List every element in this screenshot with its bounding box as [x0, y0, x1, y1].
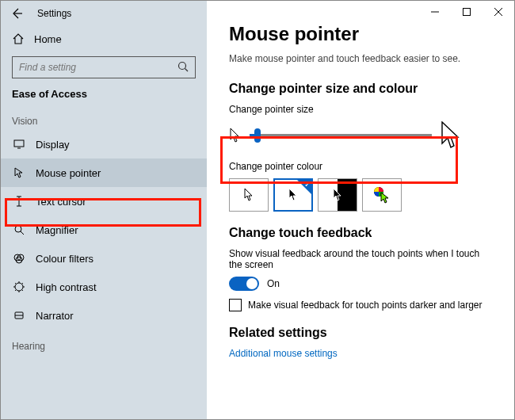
sidebar-item-colour-filters[interactable]: Colour filters [1, 244, 207, 273]
sidebar-item-display[interactable]: Display [1, 130, 207, 158]
group-hearing: Hearing [1, 330, 207, 355]
svg-line-20 [15, 290, 17, 292]
sidebar-item-magnifier[interactable]: Magnifier [1, 216, 207, 244]
pointer-size-slider[interactable] [250, 134, 432, 137]
page-title: Mouse pointer [229, 23, 492, 45]
svg-rect-3 [14, 140, 24, 147]
svg-line-19 [22, 290, 24, 292]
back-icon[interactable] [10, 7, 23, 20]
maximize-button[interactable] [451, 1, 483, 23]
group-vision: Vision [1, 105, 207, 130]
sidebar-item-mouse-pointer[interactable]: Mouse pointer [1, 158, 207, 187]
label-pointer-colour: Change pointer colour [229, 161, 492, 172]
link-additional-mouse[interactable]: Additional mouse settings [229, 348, 492, 359]
search-icon [177, 60, 189, 75]
svg-point-8 [15, 226, 21, 232]
touch-feedback-toggle[interactable] [229, 277, 259, 291]
text-cursor-icon [12, 195, 26, 208]
minimize-button[interactable] [419, 1, 451, 23]
section-title: Ease of Access [1, 82, 207, 105]
display-icon [12, 138, 26, 151]
heading-touch: Change touch feedback [229, 226, 492, 240]
sidebar-home-label: Home [34, 33, 62, 45]
pointer-colour-black[interactable]: ✓ [273, 178, 313, 212]
label-pointer-size: Change pointer size [229, 104, 492, 115]
narrator-icon [12, 309, 26, 322]
sidebar-item-narrator[interactable]: Narrator [1, 301, 207, 330]
checkbox-label: Make visual feedback for touch points da… [248, 300, 483, 311]
heading-size-colour: Change pointer size and colour [229, 82, 492, 96]
home-icon [12, 32, 25, 45]
toggle-state: On [267, 278, 280, 289]
sidebar-item-high-contrast[interactable]: High contrast [1, 273, 207, 301]
svg-rect-25 [464, 9, 471, 16]
sidebar-label: Display [36, 139, 70, 151]
svg-line-18 [15, 283, 17, 284]
search-input[interactable] [12, 56, 196, 78]
svg-line-2 [185, 69, 189, 72]
sidebar-label: Colour filters [36, 253, 93, 265]
pointer-colour-inverted[interactable] [318, 178, 357, 212]
svg-line-9 [21, 231, 24, 235]
cursor-small-icon [229, 128, 242, 143]
sidebar-label: Mouse pointer [36, 167, 101, 179]
svg-line-21 [22, 283, 24, 284]
cursor-large-icon [440, 121, 462, 150]
touch-description: Show visual feedback around the touch po… [229, 248, 492, 270]
sidebar-label: Magnifier [36, 224, 78, 236]
colour-filters-icon [12, 252, 26, 265]
magnifier-icon [12, 223, 26, 236]
sidebar-label: High contrast [36, 281, 97, 293]
mouse-pointer-icon [12, 166, 26, 179]
sidebar-label: Narrator [36, 310, 74, 322]
sidebar-label: Text cursor [36, 196, 86, 208]
page-subtitle: Make mouse pointer and touch feedback ea… [229, 53, 492, 64]
pointer-colour-custom[interactable] [362, 178, 402, 212]
svg-point-1 [179, 63, 186, 70]
sidebar-home[interactable]: Home [1, 21, 207, 48]
app-title: Settings [37, 8, 71, 19]
darker-larger-checkbox[interactable] [229, 299, 242, 311]
search-field[interactable] [12, 56, 196, 78]
sidebar-item-text-cursor[interactable]: Text cursor [1, 187, 207, 216]
heading-related: Related settings [229, 326, 492, 340]
high-contrast-icon [12, 281, 26, 293]
pointer-colour-white[interactable] [229, 178, 269, 212]
slider-thumb[interactable] [254, 128, 261, 143]
close-button[interactable] [483, 1, 514, 23]
